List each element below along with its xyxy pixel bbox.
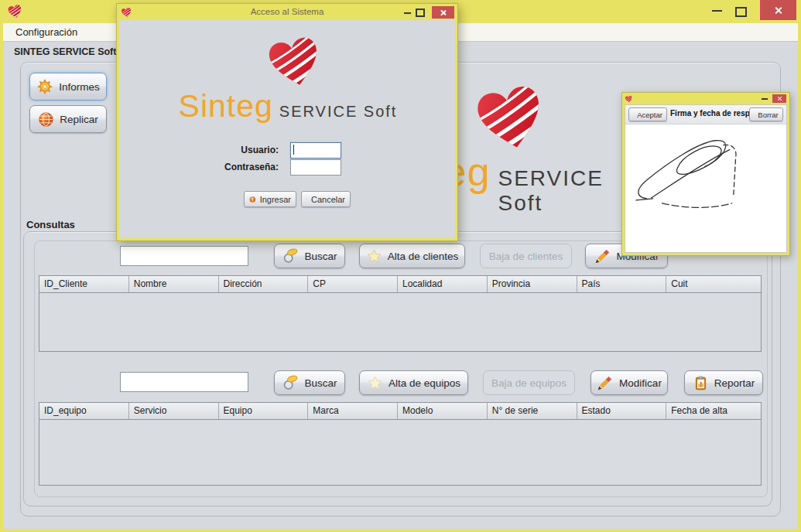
signature-canvas[interactable]: [625, 124, 786, 252]
reportar-label: Reportar: [714, 377, 755, 389]
column-header[interactable]: Provincia: [488, 276, 577, 292]
reportar-button[interactable]: Reportar: [684, 370, 763, 395]
ingresar-icon: [249, 194, 256, 205]
alta-equipos-button[interactable]: Alta de equipos: [359, 370, 468, 395]
buscar-equipos-button[interactable]: Buscar: [274, 370, 345, 395]
usuario-input-field[interactable]: [291, 143, 341, 158]
signature-instruction-label: Firma y fecha de responsable.: [670, 109, 748, 118]
column-header[interactable]: ID_Cliente: [39, 276, 129, 292]
maximize-button[interactable]: [416, 9, 425, 17]
buscar-clientes-button[interactable]: Buscar: [274, 244, 345, 268]
contrasena-input[interactable]: [290, 159, 341, 176]
login-body: Sinteg SERVICE Soft Usuario: Contraseña:…: [119, 20, 455, 238]
usuario-label: Usuario:: [163, 145, 279, 155]
minimize-button[interactable]: [712, 10, 722, 12]
aceptar-button[interactable]: Aceptar: [628, 107, 667, 121]
buscar-clientes-label: Buscar: [304, 251, 337, 262]
minimize-button[interactable]: [404, 12, 411, 14]
login-title: Acceso al Sistema: [117, 7, 457, 16]
replicar-button[interactable]: Replicar: [29, 105, 107, 133]
baja-clientes-button: Baja de clientes: [480, 244, 572, 268]
minimize-button[interactable]: [762, 98, 768, 100]
column-header[interactable]: Nombre: [129, 276, 219, 292]
close-button[interactable]: [432, 6, 454, 19]
informes-button[interactable]: Informes: [29, 73, 107, 101]
buscar-equipos-label: Buscar: [304, 377, 337, 389]
column-header[interactable]: Equipo: [219, 403, 309, 419]
column-header[interactable]: N° de serie: [488, 403, 577, 419]
contrasena-label: Contraseña:: [163, 162, 279, 172]
alta-clientes-label: Alta de clientes: [388, 251, 459, 262]
signature-body: Aceptar Firma y fecha de responsable. Bo…: [625, 104, 787, 253]
close-button[interactable]: [760, 0, 796, 20]
signature-titlebar: [622, 93, 789, 104]
consultas-section-title: Consultas: [26, 219, 75, 230]
cancelar-label: Cancelar: [311, 195, 345, 204]
equipos-table[interactable]: ID_equipo Servicio Equipo Marca Modelo N…: [39, 402, 762, 486]
clientes-search-field-wrap: [120, 246, 248, 266]
column-header[interactable]: Fecha de alta: [666, 403, 761, 419]
column-header[interactable]: ID_equipo: [39, 403, 129, 419]
usuario-input[interactable]: [290, 142, 341, 159]
signature-stroke: [625, 124, 786, 252]
equipos-search-field-wrap: [120, 372, 248, 392]
close-icon: [440, 9, 447, 16]
column-header[interactable]: Estado: [577, 403, 667, 419]
aceptar-label: Aceptar: [637, 111, 662, 119]
borrar-label: Borrar: [758, 111, 778, 119]
app-tab-label: SINTEG SERVICE Soft: [14, 46, 116, 57]
equipos-table-header: ID_equipo Servicio Equipo Marca Modelo N…: [39, 403, 761, 420]
text-caret: [293, 145, 294, 155]
brand-heart-icon: [474, 82, 548, 152]
close-icon: [774, 6, 782, 15]
brand-logo: Sinteg SERVICE Soft: [119, 88, 457, 124]
informes-label: Informes: [59, 81, 100, 93]
column-header[interactable]: Dirección: [219, 276, 309, 292]
equipos-search-input[interactable]: [120, 372, 248, 392]
baja-clientes-label: Baja de clientes: [489, 251, 563, 262]
star-icon: [367, 375, 383, 391]
ingresar-button[interactable]: Ingresar: [244, 191, 296, 207]
menu-item-configuracion[interactable]: Configuración: [3, 23, 88, 41]
column-header[interactable]: Cuit: [666, 276, 761, 292]
column-header[interactable]: Localidad: [398, 276, 488, 292]
replicar-label: Replicar: [60, 114, 98, 125]
cancelar-button[interactable]: Cancelar: [301, 191, 351, 207]
login-titlebar[interactable]: Acceso al Sistema: [117, 4, 457, 20]
maximize-button[interactable]: [735, 7, 747, 17]
search-icon: [282, 247, 299, 264]
column-header[interactable]: Servicio: [129, 403, 219, 419]
column-header[interactable]: CP: [308, 276, 398, 292]
alta-equipos-label: Alta de equipos: [389, 377, 460, 389]
modificar-equipos-button[interactable]: Modificar: [590, 370, 668, 395]
borrar-button[interactable]: Borrar: [749, 107, 783, 121]
globe-icon: [38, 111, 54, 128]
pencil-icon: [594, 247, 611, 264]
clientes-table-header: ID_Cliente Nombre Dirección CP Localidad…: [39, 276, 761, 293]
app-heart-icon: [625, 95, 633, 103]
pencil-icon: [597, 374, 614, 391]
ingresar-label: Ingresar: [260, 195, 291, 204]
signature-window: Aceptar Firma y fecha de responsable. Bo…: [621, 92, 790, 256]
search-icon: [282, 374, 299, 391]
modificar-equipos-label: Modificar: [619, 377, 662, 389]
baja-equipos-label: Baja de equipos: [491, 377, 567, 389]
report-clipboard-icon: [693, 375, 709, 391]
column-header[interactable]: País: [577, 276, 667, 292]
login-dialog: Acceso al Sistema Sinteg SERVICE Soft Us…: [116, 3, 458, 241]
alta-clientes-button[interactable]: Alta de clientes: [359, 244, 465, 268]
brand-name: Sinteg: [179, 88, 273, 124]
clientes-search-input[interactable]: [120, 246, 248, 266]
contrasena-input-field[interactable]: [291, 160, 341, 175]
star-icon: [366, 248, 382, 264]
column-header[interactable]: Marca: [308, 403, 398, 419]
brand-heart-icon: [265, 34, 324, 88]
column-header[interactable]: Modelo: [398, 403, 488, 419]
baja-equipos-button: Baja de equipos: [483, 370, 575, 395]
gear-icon: [36, 78, 53, 95]
clientes-table[interactable]: ID_Cliente Nombre Dirección CP Localidad…: [39, 275, 762, 352]
close-button[interactable]: [772, 94, 786, 103]
close-icon: [777, 96, 782, 101]
brand-suffix: SERVICE Soft: [279, 103, 398, 121]
cancel-x-icon: [306, 194, 307, 205]
